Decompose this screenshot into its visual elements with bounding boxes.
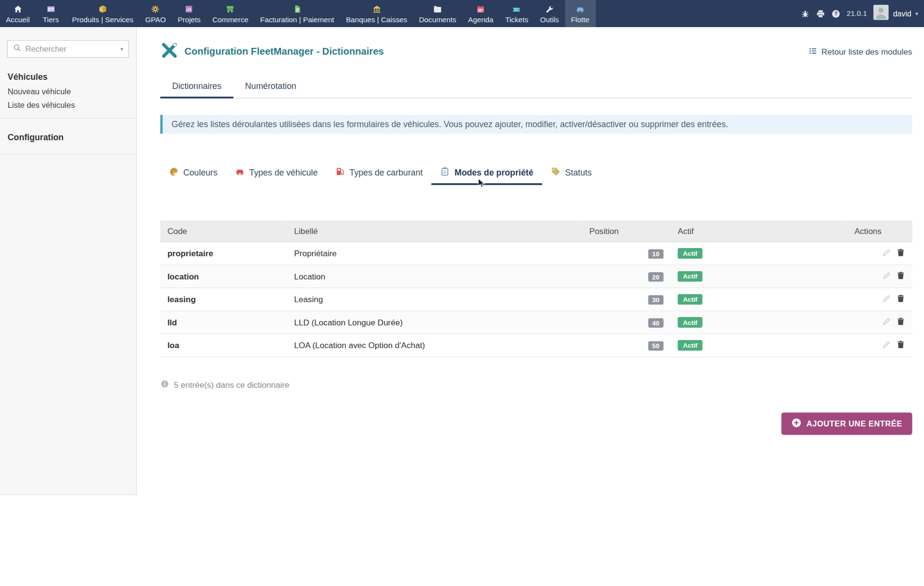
sidebar-item-nouveau-vehicule[interactable]: Nouveau véhicule: [0, 85, 136, 99]
trash-icon[interactable]: [896, 294, 905, 303]
user-menu[interactable]: david ▾: [874, 5, 918, 23]
edit-pencil-icon[interactable]: [882, 248, 891, 257]
trash-icon[interactable]: [896, 248, 905, 257]
info-circle-icon: [161, 380, 169, 390]
sidebar-section-vehicules: Véhicules Nouveau véhicule Liste des véh…: [0, 70, 136, 118]
search-placeholder: Rechercher: [25, 44, 66, 53]
status-badge: Actif: [678, 248, 703, 259]
edit-pencil-icon[interactable]: [882, 271, 891, 280]
trash-icon[interactable]: [896, 340, 905, 349]
subtab-label: Statuts: [565, 168, 592, 177]
topnav-item-facturation[interactable]: Facturation | Paiement: [254, 0, 340, 27]
folder-icon: [433, 4, 442, 14]
left-sidebar: Rechercher ▾ Véhicules Nouveau véhicule …: [0, 27, 137, 495]
row-code: leasing: [161, 288, 287, 311]
topnav-item-tiers[interactable]: Tiers: [35, 0, 66, 27]
row-libelle: Propriétaire: [287, 242, 583, 265]
topnav-right-tools: ? 21.0.1 david ▾: [801, 0, 924, 27]
subtab-label: Modes de propriété: [455, 168, 533, 177]
info-message: Gérez les listes déroulantes utilisées d…: [161, 115, 912, 134]
sidebar-heading-vehicules: Véhicules: [0, 70, 136, 85]
dictionary-table: Code Libellé Position Actif Actions prop…: [161, 220, 912, 357]
table-row: location Location 20 Actif: [161, 265, 912, 288]
topnav-item-projets[interactable]: Projets: [172, 0, 206, 27]
top-navbar: Accueil Tiers Produits | Services GPAO P…: [0, 0, 924, 27]
trash-icon[interactable]: [896, 317, 905, 326]
row-code: location: [161, 265, 287, 288]
column-header-position: Position: [582, 220, 671, 242]
entry-count-note: 5 entrée(s) dans ce dictionnaire: [161, 380, 912, 390]
plus-circle-icon: [791, 418, 801, 429]
sidebar-item-liste-vehicules[interactable]: Liste des véhicules: [0, 99, 136, 112]
application-window: Accueil Tiers Produits | Services GPAO P…: [0, 0, 924, 586]
bug-icon[interactable]: [801, 9, 809, 18]
list-icon: [808, 46, 817, 57]
table-row: proprietaire Propriétaire 10 Actif: [161, 242, 912, 265]
subtab-types-carburant[interactable]: Types de carburant: [326, 161, 431, 185]
tab-numerotation[interactable]: Numérotation: [233, 75, 308, 99]
position-badge: 20: [648, 272, 663, 281]
row-libelle: Location: [287, 265, 583, 288]
tab-dictionnaires[interactable]: Dictionnaires: [161, 75, 234, 99]
table-row: leasing Leasing 30 Actif: [161, 288, 912, 311]
topnav-item-flotte[interactable]: Flotte: [565, 0, 595, 27]
edit-pencil-icon[interactable]: [882, 317, 891, 326]
subtab-statuts[interactable]: Statuts: [542, 161, 601, 185]
edit-pencil-icon[interactable]: [882, 340, 891, 349]
invoice-icon: [293, 4, 301, 14]
position-badge: 30: [648, 295, 663, 305]
row-libelle: Leasing: [287, 288, 583, 311]
topnav-item-commerce[interactable]: Commerce: [206, 0, 254, 27]
page-title: Configuration FleetManager - Dictionnair…: [184, 46, 383, 57]
row-libelle: LLD (Location Longue Durée): [287, 311, 583, 334]
printer-icon[interactable]: [816, 9, 825, 18]
chevron-down-icon: ▾: [120, 46, 123, 52]
edit-pencil-icon[interactable]: [882, 294, 891, 303]
tools-icon: [161, 41, 179, 62]
dictionary-subtabs: Couleurs Types de véhicule Types de carb…: [161, 161, 912, 185]
calendar-icon: [476, 4, 485, 14]
main-tabs: Dictionnaires Numérotation: [161, 75, 912, 99]
back-to-modules-link[interactable]: Retour liste des modules: [808, 46, 912, 57]
help-icon[interactable]: ?: [831, 9, 840, 18]
cube-icon: [98, 4, 107, 14]
car-icon: [576, 4, 585, 14]
main-content: Configuration FleetManager - Dictionnair…: [137, 27, 924, 435]
subtab-couleurs[interactable]: Couleurs: [161, 161, 227, 185]
tag-icon: [551, 167, 561, 178]
fuel-pump-icon: [336, 167, 345, 178]
home-icon: [14, 4, 22, 14]
subtab-types-vehicule[interactable]: Types de véhicule: [226, 161, 326, 185]
svg-text:?: ?: [834, 11, 837, 16]
position-badge: 40: [648, 318, 663, 328]
car-icon: [235, 167, 245, 178]
topnav-item-accueil[interactable]: Accueil: [0, 0, 35, 27]
row-code: lld: [161, 311, 287, 334]
trash-icon[interactable]: [896, 271, 905, 280]
add-entry-button[interactable]: AJOUTER UNE ENTRÉE: [781, 412, 912, 435]
status-badge: Actif: [678, 271, 703, 282]
column-header-libelle: Libellé: [287, 220, 583, 242]
topnav-item-documents[interactable]: Documents: [413, 0, 462, 27]
row-libelle: LOA (Location avec Option d'Achat): [287, 334, 583, 357]
chevron-down-icon: ▾: [915, 11, 918, 16]
entry-count-label: 5 entrée(s) dans ce dictionnaire: [174, 380, 290, 390]
topnav-item-outils[interactable]: Outils: [534, 0, 565, 27]
sidebar-heading-configuration: Configuration: [0, 130, 136, 146]
row-code: loa: [161, 334, 287, 357]
topnav-item-gpao[interactable]: GPAO: [139, 0, 172, 27]
topnav-item-produits-services[interactable]: Produits | Services: [66, 0, 139, 27]
topnav-item-tickets[interactable]: Tickets: [499, 0, 534, 27]
topnav-item-agenda[interactable]: Agenda: [462, 0, 499, 27]
version-label: 21.0.1: [847, 10, 867, 18]
palette-icon: [169, 167, 179, 178]
position-badge: 50: [648, 341, 663, 351]
gear-icon: [151, 4, 160, 14]
idcard-icon: [46, 4, 55, 14]
table-row: loa LOA (Location avec Option d'Achat) 5…: [161, 334, 912, 357]
back-link-label: Retour liste des modules: [821, 47, 912, 57]
topnav-item-banques[interactable]: Banques | Caisses: [340, 0, 413, 27]
table-row: lld LLD (Location Longue Durée) 40 Actif: [161, 311, 912, 334]
search-input[interactable]: Rechercher ▾: [7, 40, 129, 58]
status-badge: Actif: [678, 317, 703, 328]
